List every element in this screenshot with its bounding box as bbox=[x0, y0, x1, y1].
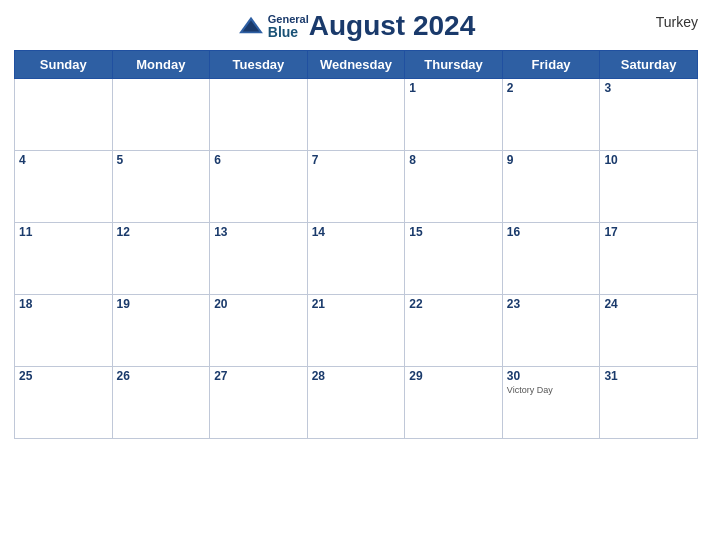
month-title: August 2024 bbox=[309, 10, 476, 42]
calendar-day-cell: 3 bbox=[600, 79, 698, 151]
header-friday: Friday bbox=[502, 51, 600, 79]
day-number: 18 bbox=[19, 297, 108, 311]
calendar-day-cell: 12 bbox=[112, 223, 210, 295]
calendar-table: Sunday Monday Tuesday Wednesday Thursday… bbox=[14, 50, 698, 439]
calendar-day-cell: 17 bbox=[600, 223, 698, 295]
day-number: 21 bbox=[312, 297, 401, 311]
day-number: 30 bbox=[507, 369, 596, 383]
calendar-week-row: 18192021222324 bbox=[15, 295, 698, 367]
calendar-day-cell: 15 bbox=[405, 223, 503, 295]
day-number: 23 bbox=[507, 297, 596, 311]
calendar-day-cell: 24 bbox=[600, 295, 698, 367]
calendar-week-row: 11121314151617 bbox=[15, 223, 698, 295]
day-number: 14 bbox=[312, 225, 401, 239]
calendar-day-cell: 10 bbox=[600, 151, 698, 223]
calendar-day-cell bbox=[112, 79, 210, 151]
calendar-day-cell bbox=[307, 79, 405, 151]
country-label: Turkey bbox=[656, 14, 698, 30]
calendar-day-cell: 28 bbox=[307, 367, 405, 439]
calendar-day-cell: 18 bbox=[15, 295, 113, 367]
calendar-body: 1234567891011121314151617181920212223242… bbox=[15, 79, 698, 439]
calendar-day-cell: 5 bbox=[112, 151, 210, 223]
calendar-day-cell: 29 bbox=[405, 367, 503, 439]
calendar-day-cell: 14 bbox=[307, 223, 405, 295]
calendar-day-cell: 2 bbox=[502, 79, 600, 151]
day-number: 31 bbox=[604, 369, 693, 383]
calendar-day-cell: 4 bbox=[15, 151, 113, 223]
day-number: 1 bbox=[409, 81, 498, 95]
day-number: 25 bbox=[19, 369, 108, 383]
calendar-day-cell: 7 bbox=[307, 151, 405, 223]
calendar-day-cell: 13 bbox=[210, 223, 308, 295]
header-monday: Monday bbox=[112, 51, 210, 79]
logo: General Blue bbox=[237, 14, 309, 39]
calendar-day-cell bbox=[15, 79, 113, 151]
calendar-day-cell: 16 bbox=[502, 223, 600, 295]
logo-icon bbox=[237, 15, 265, 37]
calendar-week-row: 45678910 bbox=[15, 151, 698, 223]
day-number: 29 bbox=[409, 369, 498, 383]
calendar-day-cell: 1 bbox=[405, 79, 503, 151]
calendar-day-cell: 27 bbox=[210, 367, 308, 439]
day-number: 9 bbox=[507, 153, 596, 167]
day-number: 13 bbox=[214, 225, 303, 239]
calendar-wrapper: General Blue August 2024 Turkey Sunday M… bbox=[0, 0, 712, 550]
day-number: 26 bbox=[117, 369, 206, 383]
logo-text-general: General bbox=[268, 14, 309, 25]
day-number: 28 bbox=[312, 369, 401, 383]
day-number: 6 bbox=[214, 153, 303, 167]
calendar-day-cell: 20 bbox=[210, 295, 308, 367]
weekday-header-row: Sunday Monday Tuesday Wednesday Thursday… bbox=[15, 51, 698, 79]
day-number: 24 bbox=[604, 297, 693, 311]
calendar-day-cell: 26 bbox=[112, 367, 210, 439]
calendar-day-cell: 30Victory Day bbox=[502, 367, 600, 439]
calendar-day-cell: 21 bbox=[307, 295, 405, 367]
header-sunday: Sunday bbox=[15, 51, 113, 79]
header-saturday: Saturday bbox=[600, 51, 698, 79]
calendar-day-cell: 6 bbox=[210, 151, 308, 223]
header-thursday: Thursday bbox=[405, 51, 503, 79]
day-number: 2 bbox=[507, 81, 596, 95]
day-number: 5 bbox=[117, 153, 206, 167]
calendar-day-cell: 25 bbox=[15, 367, 113, 439]
calendar-day-cell bbox=[210, 79, 308, 151]
calendar-day-cell: 22 bbox=[405, 295, 503, 367]
day-number: 20 bbox=[214, 297, 303, 311]
day-number: 16 bbox=[507, 225, 596, 239]
day-number: 17 bbox=[604, 225, 693, 239]
calendar-thead: Sunday Monday Tuesday Wednesday Thursday… bbox=[15, 51, 698, 79]
calendar-day-cell: 8 bbox=[405, 151, 503, 223]
day-number: 15 bbox=[409, 225, 498, 239]
calendar-week-row: 123 bbox=[15, 79, 698, 151]
calendar-day-cell: 9 bbox=[502, 151, 600, 223]
calendar-day-cell: 19 bbox=[112, 295, 210, 367]
calendar-day-cell: 11 bbox=[15, 223, 113, 295]
calendar-header: General Blue August 2024 Turkey bbox=[14, 10, 698, 42]
day-number: 8 bbox=[409, 153, 498, 167]
calendar-day-cell: 23 bbox=[502, 295, 600, 367]
day-number: 7 bbox=[312, 153, 401, 167]
header-wednesday: Wednesday bbox=[307, 51, 405, 79]
logo-text-blue: Blue bbox=[268, 25, 309, 39]
calendar-day-cell: 31 bbox=[600, 367, 698, 439]
day-number: 19 bbox=[117, 297, 206, 311]
calendar-week-row: 252627282930Victory Day31 bbox=[15, 367, 698, 439]
day-number: 22 bbox=[409, 297, 498, 311]
day-number: 10 bbox=[604, 153, 693, 167]
day-number: 3 bbox=[604, 81, 693, 95]
day-number: 4 bbox=[19, 153, 108, 167]
day-number: 11 bbox=[19, 225, 108, 239]
header-tuesday: Tuesday bbox=[210, 51, 308, 79]
day-number: 12 bbox=[117, 225, 206, 239]
holiday-label: Victory Day bbox=[507, 385, 596, 396]
day-number: 27 bbox=[214, 369, 303, 383]
